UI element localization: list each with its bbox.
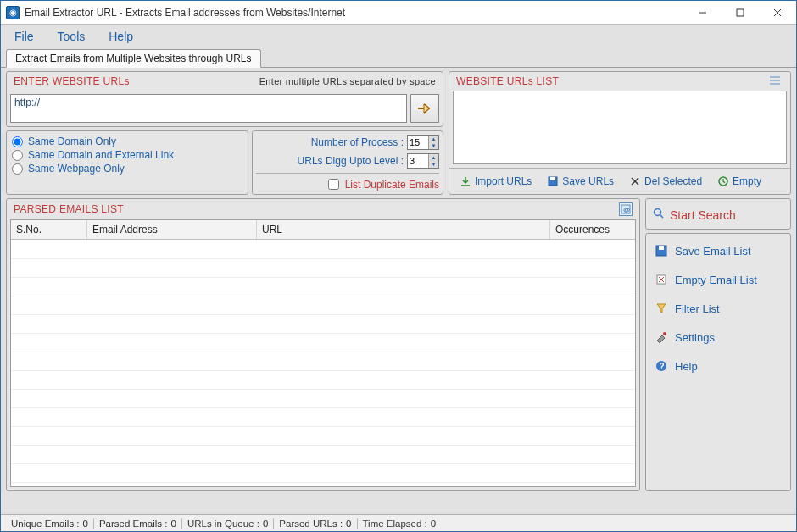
col-email[interactable]: Email Address: [87, 220, 257, 239]
list-duplicate-checkbox[interactable]: [328, 179, 339, 190]
radio-same-domain[interactable]: Same Domain Only: [12, 135, 242, 148]
save-urls-button[interactable]: Save URLs: [540, 172, 621, 191]
search-icon: [653, 208, 665, 222]
col-url[interactable]: URL: [257, 220, 550, 239]
col-occurences[interactable]: Occurences: [550, 220, 635, 239]
urls-list-title: WEBSITE URLs LIST: [456, 75, 559, 87]
settings-label: Settings: [675, 331, 715, 344]
status-unique-label: Unique Emails :: [11, 518, 80, 529]
radio-same-webpage[interactable]: Same Webpage Only: [12, 162, 242, 175]
tab-extract-urls[interactable]: Extract Emails from Multiple Websites th…: [6, 49, 261, 68]
window-title: Email Extractor URL - Extracts Email add…: [25, 7, 345, 19]
digg-level-spinner[interactable]: ▲▼: [407, 153, 439, 169]
delete-icon: [629, 175, 641, 187]
start-search-label: Start Search: [670, 208, 736, 222]
filter-list-button[interactable]: Filter List: [651, 296, 785, 320]
status-parsed-value: 0: [170, 518, 176, 529]
start-search-panel: Start Search: [645, 198, 791, 230]
tab-row: Extract Emails from Multiple Websites th…: [1, 48, 796, 67]
import-urls-button[interactable]: Import URLs: [453, 172, 538, 191]
save-email-list-button[interactable]: Save Email List: [651, 239, 785, 263]
status-elapsed-value: 0: [431, 518, 436, 529]
menu-tools[interactable]: Tools: [54, 28, 89, 45]
radio-external-link-input[interactable]: [12, 150, 23, 161]
save-urls-label: Save URLs: [562, 175, 614, 187]
minimize-icon: [699, 8, 707, 17]
status-purls-label: Parsed URLs :: [279, 518, 343, 529]
help-icon: ?: [655, 359, 668, 373]
urls-listbox[interactable]: [453, 91, 787, 164]
app-icon: ◉: [6, 6, 20, 19]
status-parsed-urls: Parsed URLs : 0: [274, 518, 357, 529]
list-duplicate-label: List Duplicate Emails: [345, 179, 439, 191]
svg-text:@: @: [623, 206, 630, 213]
empty-email-list-button[interactable]: Empty Email List: [651, 268, 785, 291]
parsed-emails-panel: PARSED EMAILS LIST @ S.No. Email Address…: [6, 198, 640, 491]
empty-label: Empty: [733, 175, 761, 187]
parsed-grid-body[interactable]: [11, 240, 635, 486]
num-process-spinner[interactable]: ▲▼: [407, 135, 439, 150]
filter-list-label: Filter List: [675, 302, 720, 315]
arrow-right-icon: [416, 102, 433, 115]
enter-urls-panel: ENTER WEBSITE URLs Enter multiple URLs s…: [6, 71, 443, 127]
maximize-button[interactable]: [722, 1, 759, 25]
settings-icon: [655, 330, 668, 344]
status-queue: URLs in Queue : 0: [182, 518, 274, 529]
parsed-grid[interactable]: S.No. Email Address URL Occurences: [10, 219, 636, 487]
settings-button[interactable]: Settings: [651, 325, 785, 349]
svg-rect-15: [659, 246, 664, 250]
radio-external-link[interactable]: Same Domain and External Link: [12, 148, 242, 162]
radio-external-link-label: Same Domain and External Link: [28, 149, 174, 161]
side-actions-panel: Save Email List Empty Email List Filter …: [645, 233, 791, 491]
spin-up-icon[interactable]: ▲: [428, 136, 438, 142]
status-queue-label: URLs in Queue :: [187, 518, 259, 529]
close-button[interactable]: [759, 1, 796, 25]
filter-icon: [655, 302, 668, 315]
parsed-title: PARSED EMAILS LIST: [14, 203, 124, 215]
status-unique-value: 0: [83, 518, 88, 529]
radio-same-domain-input[interactable]: [12, 136, 23, 147]
url-input[interactable]: http://: [10, 94, 407, 123]
parsed-options-icon[interactable]: @: [619, 202, 633, 216]
add-url-button[interactable]: [410, 94, 439, 123]
radio-same-domain-label: Same Domain Only: [28, 136, 116, 147]
svg-line-13: [660, 215, 664, 219]
status-parsed-label: Parsed Emails :: [99, 518, 168, 529]
import-urls-label: Import URLs: [475, 175, 532, 187]
help-button[interactable]: ? Help: [651, 354, 785, 378]
status-queue-value: 0: [263, 518, 268, 529]
list-options-icon[interactable]: [768, 75, 783, 87]
empty-list-icon: [655, 273, 668, 286]
status-elapsed: Time Elapsed : 0: [358, 518, 442, 529]
num-process-input[interactable]: [408, 136, 428, 149]
col-sno[interactable]: S.No.: [11, 220, 87, 239]
start-search-button[interactable]: Start Search: [651, 204, 785, 224]
num-process-label: Number of Process :: [311, 136, 404, 148]
status-elapsed-label: Time Elapsed :: [363, 518, 427, 529]
empty-email-list-label: Empty Email List: [675, 274, 757, 286]
minimize-button[interactable]: [684, 1, 722, 25]
digg-level-input[interactable]: [408, 154, 428, 168]
svg-rect-6: [550, 177, 555, 180]
menu-help[interactable]: Help: [105, 28, 137, 45]
radio-same-webpage-label: Same Webpage Only: [28, 163, 125, 175]
spin-down-icon[interactable]: ▼: [428, 142, 438, 149]
enter-urls-hint: Enter multiple URLs separated by space: [259, 76, 436, 86]
radio-same-webpage-input[interactable]: [12, 163, 23, 175]
statusbar: Unique Emails : 0 Parsed Emails : 0 URLs…: [1, 514, 796, 531]
save-icon: [547, 175, 559, 187]
domain-options-panel: Same Domain Only Same Domain and Externa…: [6, 130, 248, 195]
empty-icon: [717, 175, 729, 187]
maximize-icon: [736, 8, 744, 17]
spin-down-icon[interactable]: ▼: [428, 161, 438, 168]
spin-up-icon[interactable]: ▲: [428, 154, 438, 161]
del-selected-button[interactable]: Del Selected: [622, 172, 709, 191]
menu-file[interactable]: File: [11, 28, 37, 45]
status-purls-value: 0: [346, 518, 351, 529]
svg-point-12: [655, 209, 661, 216]
status-unique: Unique Emails : 0: [6, 518, 94, 529]
empty-button[interactable]: Empty: [711, 172, 768, 191]
digg-level-label: URLs Digg Upto Level :: [298, 155, 404, 167]
process-options-panel: Number of Process : ▲▼ URLs Digg Upto Le…: [252, 130, 443, 195]
import-icon: [460, 175, 471, 187]
